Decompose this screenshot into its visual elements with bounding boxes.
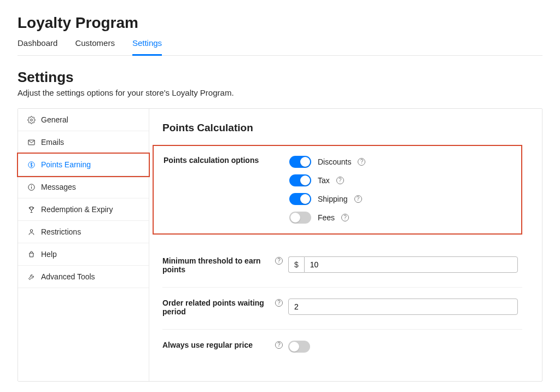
sidebar-item-general[interactable]: General — [18, 109, 149, 131]
toggle-row-discounts: Discounts ? — [289, 156, 521, 168]
sidebar-item-label: Redemption & Expiry — [41, 205, 113, 214]
toggle-row-shipping: Shipping ? — [289, 193, 521, 205]
person-icon — [27, 227, 36, 236]
wrench-icon — [27, 272, 36, 281]
trophy-icon — [27, 205, 36, 214]
settings-layout: General Emails Points Earning Messages — [18, 108, 542, 382]
help-icon[interactable]: ? — [275, 257, 283, 265]
settings-sidebar: General Emails Points Earning Messages — [18, 109, 149, 381]
toggle-label: Fees — [318, 213, 335, 222]
gear-icon — [27, 115, 36, 124]
help-icon[interactable]: ? — [354, 195, 362, 203]
toggle-row-fees: Fees ? — [289, 212, 521, 224]
panel-title: Points Calculation — [162, 122, 522, 134]
tab-settings[interactable]: Settings — [132, 38, 162, 56]
help-icon[interactable]: ? — [275, 341, 283, 349]
toggle-regular-price[interactable] — [288, 341, 310, 353]
sidebar-item-messages[interactable]: Messages — [18, 176, 149, 198]
sidebar-item-restrictions[interactable]: Restrictions — [18, 221, 149, 243]
dollar-circle-icon — [27, 160, 36, 169]
tab-bar: Dashboard Customers Settings — [18, 38, 542, 56]
help-icon[interactable]: ? — [341, 214, 349, 221]
svg-point-5 — [31, 185, 32, 186]
waiting-period-input-group — [288, 299, 518, 315]
sidebar-item-label: General — [41, 115, 68, 124]
sidebar-item-redemption[interactable]: Redemption & Expiry — [18, 198, 149, 221]
calc-options-highlight: Points calculation options Discounts ? — [153, 145, 522, 235]
sidebar-item-points-earning[interactable]: Points Earning — [18, 154, 149, 176]
svg-point-7 — [30, 229, 32, 231]
sidebar-item-help[interactable]: Help — [18, 243, 149, 266]
row-waiting-period: Order related points waiting period ? — [162, 288, 522, 330]
section-title: Settings — [18, 69, 542, 86]
section-subtitle: Adjust the settings options for your sto… — [18, 88, 542, 97]
toggle-discounts[interactable] — [289, 156, 311, 168]
help-icon[interactable]: ? — [275, 299, 283, 307]
sidebar-item-label: Advanced Tools — [41, 272, 95, 281]
help-icon[interactable]: ? — [358, 158, 365, 166]
mail-icon — [27, 138, 36, 147]
regular-price-label: Always use regular price ? — [162, 341, 288, 349]
info-icon — [27, 183, 36, 191]
toggle-fees[interactable] — [289, 212, 311, 224]
sidebar-item-emails[interactable]: Emails — [18, 131, 149, 154]
toggle-row-tax: Tax ? — [289, 174, 521, 186]
svg-point-0 — [30, 119, 32, 121]
sidebar-item-label: Points Earning — [41, 160, 91, 169]
sidebar-item-label: Messages — [41, 183, 76, 191]
app-root: Loyalty Program Dashboard Customers Sett… — [0, 0, 560, 382]
sidebar-item-label: Restrictions — [41, 227, 81, 236]
page-title: Loyalty Program — [18, 14, 542, 32]
toggle-tax[interactable] — [289, 174, 311, 186]
settings-content: Points Calculation Points calculation op… — [149, 109, 542, 381]
toggle-shipping[interactable] — [289, 193, 311, 205]
toggle-label: Shipping — [318, 195, 348, 203]
calc-options-label: Points calculation options — [164, 156, 289, 224]
waiting-period-label: Order related points waiting period ? — [162, 299, 288, 316]
tab-dashboard[interactable]: Dashboard — [18, 38, 57, 55]
calc-toggles: Discounts ? Tax ? Shipping — [289, 156, 521, 224]
toggle-label: Tax — [318, 176, 330, 185]
min-threshold-label: Minimum threshold to earn points ? — [162, 256, 288, 274]
min-threshold-input-group: $ — [288, 256, 518, 273]
row-min-threshold: Minimum threshold to earn points ? $ — [162, 245, 522, 288]
help-icon[interactable]: ? — [336, 177, 344, 184]
bag-icon — [27, 250, 36, 259]
currency-prefix: $ — [288, 256, 304, 273]
sidebar-item-advanced[interactable]: Advanced Tools — [18, 266, 149, 288]
min-threshold-input[interactable] — [304, 256, 518, 273]
waiting-period-input[interactable] — [288, 299, 518, 315]
sidebar-item-label: Emails — [41, 138, 64, 147]
toggle-label: Discounts — [318, 157, 351, 166]
tab-customers[interactable]: Customers — [75, 38, 115, 55]
row-regular-price: Always use regular price ? — [162, 330, 522, 366]
sidebar-item-label: Help — [41, 250, 57, 259]
